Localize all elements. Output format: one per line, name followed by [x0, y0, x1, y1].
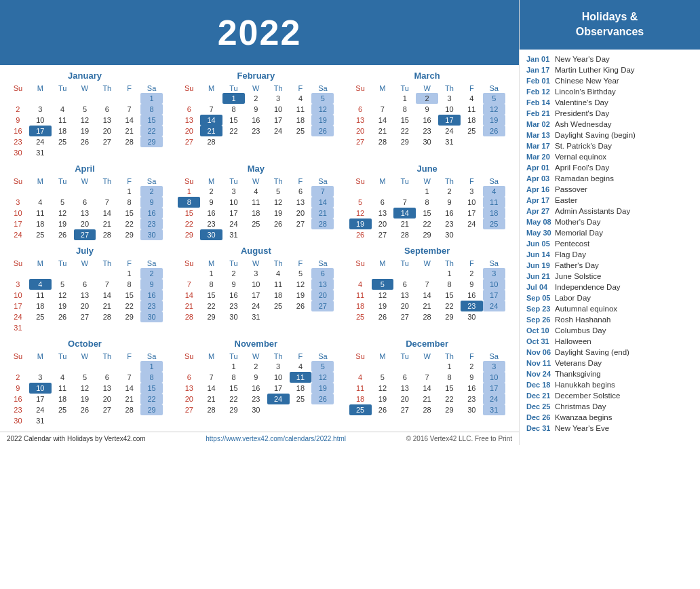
cal-day: [74, 147, 96, 158]
cal-day: 14: [118, 383, 140, 394]
holiday-name: April Fool's Day: [555, 164, 609, 172]
cal-day: [74, 361, 96, 372]
cal-day: 29: [140, 404, 163, 415]
cal-day: 20: [74, 218, 96, 229]
cal-day: [245, 229, 267, 240]
cal-day: 6: [393, 372, 416, 383]
cal-day: 4: [267, 268, 290, 279]
cal-day: [96, 361, 118, 372]
holiday-date: Apr 01: [526, 164, 555, 172]
cal-day: 25: [245, 218, 267, 229]
cal-day: 18: [29, 301, 52, 311]
holiday-name: New Year's Day: [555, 55, 610, 63]
cal-day: 30: [438, 229, 461, 240]
month-block-january: JanuarySuMTuWThFSa1234567891011121314151…: [7, 71, 163, 158]
cal-day: 28: [311, 218, 334, 229]
cal-day: 10: [29, 383, 52, 394]
cal-day: 9: [7, 115, 29, 126]
holiday-row: Mar 02Ash Wednesday: [526, 119, 693, 130]
holiday-row: Feb 01Chinese New Year: [526, 75, 693, 86]
cal-day: 31: [29, 147, 52, 158]
holiday-date: Apr 27: [526, 207, 555, 215]
cal-day: 15: [222, 383, 245, 394]
cal-day: 20: [290, 208, 312, 218]
month-title: February: [178, 71, 334, 81]
cal-table: SuMTuWThFSa12345678910111213141516171819…: [7, 176, 163, 240]
cal-day: 1: [178, 186, 200, 197]
cal-day: 22: [200, 301, 222, 311]
cal-day: 11: [290, 372, 312, 383]
cal-day: 13: [311, 279, 334, 290]
holiday-row: Oct 10Columbus Day: [526, 325, 693, 336]
cal-table: SuMTuWThFSa12345678910111213141516171819…: [349, 259, 505, 322]
cal-day: 4: [461, 93, 483, 104]
sidebar: Holidays &Observances Jan 01New Year's D…: [519, 0, 700, 445]
cal-day: 20: [349, 126, 372, 136]
holiday-date: Feb 14: [526, 98, 555, 107]
holiday-row: Feb 12Lincoln's Birthday: [526, 86, 693, 97]
cal-day: 25: [267, 301, 290, 311]
cal-day: 8: [200, 279, 222, 290]
cal-day: [74, 186, 96, 197]
cal-day: 24: [461, 218, 483, 229]
cal-day: [245, 136, 267, 147]
cal-day: 8: [140, 372, 163, 383]
cal-day: [74, 93, 96, 104]
cal-day: 1: [140, 361, 163, 372]
cal-table: SuMTuWThFSa12345678910111213141516171819…: [7, 259, 163, 333]
cal-day: 9: [416, 104, 438, 115]
cal-day: [349, 361, 372, 372]
cal-day: 20: [178, 126, 200, 136]
holiday-name: Easter: [555, 196, 577, 204]
cal-day: 8: [178, 197, 200, 208]
cal-day: 22: [118, 301, 140, 311]
month-title: August: [178, 246, 334, 256]
cal-day: 13: [372, 208, 394, 218]
cal-day: [96, 147, 118, 158]
cal-day: 8: [393, 104, 416, 115]
cal-day: 9: [222, 279, 245, 290]
cal-day: [140, 415, 163, 426]
cal-day: 10: [483, 372, 505, 383]
cal-day: 13: [290, 197, 312, 208]
cal-day: 10: [7, 208, 29, 218]
cal-day: 31: [483, 404, 505, 415]
month-title: October: [7, 339, 163, 349]
cal-day: 22: [140, 126, 163, 136]
cal-day: 13: [96, 115, 118, 126]
cal-day: 4: [29, 279, 52, 290]
cal-day: 11: [267, 279, 290, 290]
cal-day: [52, 361, 74, 372]
cal-day: 12: [372, 383, 394, 394]
holiday-date: Jun 19: [526, 261, 555, 269]
cal-day: 20: [393, 394, 416, 404]
holiday-date: Dec 18: [526, 381, 555, 389]
cal-day: 26: [52, 229, 74, 240]
cal-day: 13: [178, 383, 200, 394]
cal-day: [96, 268, 118, 279]
months-grid: JanuarySuMTuWThFSa1234567891011121314151…: [7, 71, 512, 426]
cal-day: 30: [7, 147, 29, 158]
cal-day: 26: [311, 394, 334, 404]
cal-day: 27: [311, 301, 334, 311]
month-block-april: AprilSuMTuWThFSa123456789101112131415161…: [7, 164, 163, 240]
cal-day: 12: [290, 279, 312, 290]
cal-day: 27: [74, 229, 96, 240]
month-title: January: [7, 71, 163, 81]
cal-day: 7: [416, 279, 438, 290]
cal-day: 9: [245, 372, 267, 383]
month-block-august: AugustSuMTuWThFSa12345678910111213141516…: [178, 246, 334, 333]
cal-day: 13: [393, 290, 416, 301]
cal-day: 21: [416, 394, 438, 404]
holiday-date: Jan 17: [526, 66, 555, 74]
cal-day: 23: [140, 301, 163, 311]
holiday-name: Pentecost: [555, 240, 589, 248]
cal-day: 14: [118, 115, 140, 126]
holiday-row: May 08Mother's Day: [526, 216, 693, 227]
month-block-june: JuneSuMTuWThFSa1234567891011121314151617…: [349, 164, 505, 240]
cal-day: 7: [178, 279, 200, 290]
cal-day: 7: [311, 186, 334, 197]
cal-day: 11: [349, 383, 372, 394]
cal-day: 8: [140, 104, 163, 115]
cal-day: 17: [7, 301, 29, 311]
